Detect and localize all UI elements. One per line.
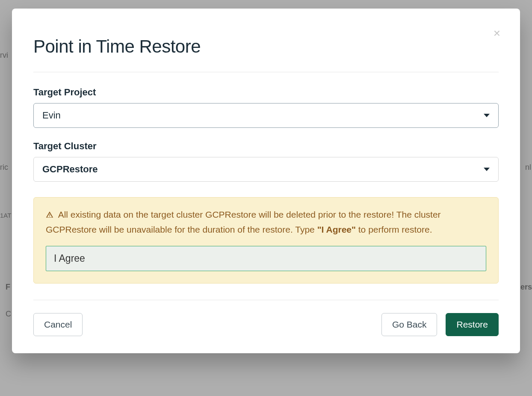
target-cluster-value: GCPRestore — [42, 164, 98, 175]
target-cluster-select[interactable]: GCPRestore — [33, 157, 499, 182]
target-project-label: Target Project — [33, 87, 499, 98]
target-cluster-field: Target Cluster GCPRestore — [33, 141, 499, 182]
warning-text: All existing data on the target cluster … — [46, 208, 486, 236]
cancel-button[interactable]: Cancel — [33, 313, 83, 336]
agree-input[interactable] — [46, 246, 486, 271]
close-button[interactable]: × — [491, 27, 503, 39]
warning-box: All existing data on the target cluster … — [33, 197, 499, 284]
close-icon: × — [494, 27, 500, 40]
warning-icon — [46, 209, 53, 223]
modal-title: Point in Time Restore — [33, 36, 499, 57]
divider — [33, 72, 499, 72]
target-project-select[interactable]: Evin — [33, 103, 499, 128]
modal-footer: Cancel Go Back Restore — [33, 313, 499, 336]
divider — [33, 300, 499, 300]
chevron-down-icon — [484, 168, 490, 171]
footer-right-group: Go Back Restore — [381, 313, 499, 336]
warning-text-bold: "I Agree" — [317, 225, 356, 234]
chevron-down-icon — [484, 114, 490, 117]
go-back-button[interactable]: Go Back — [381, 313, 437, 336]
target-cluster-label: Target Cluster — [33, 141, 499, 152]
warning-text-after: to perform restore. — [356, 225, 432, 234]
target-project-value: Evin — [42, 110, 61, 121]
restore-button[interactable]: Restore — [446, 313, 499, 336]
restore-modal: × Point in Time Restore Target Project E… — [12, 9, 520, 353]
target-project-field: Target Project Evin — [33, 87, 499, 128]
